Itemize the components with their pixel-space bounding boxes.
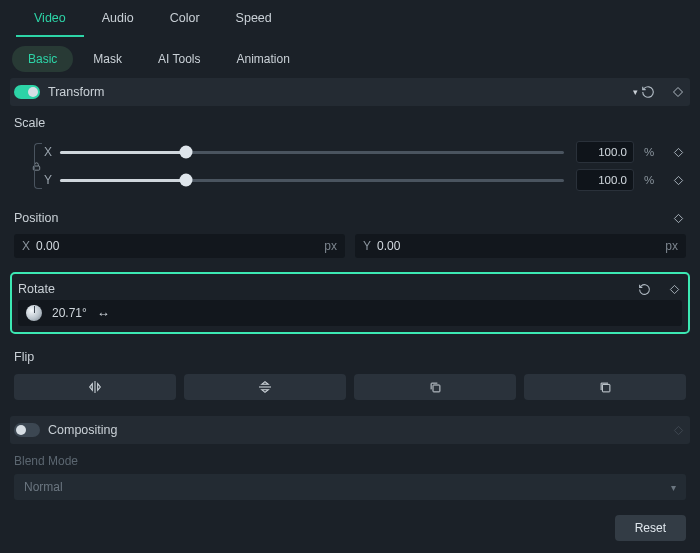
scale-block: X 100.0 % Y 100.0 % [10, 136, 690, 200]
rotate-section: Rotate 20.71° ↔ [10, 272, 690, 334]
copy-button[interactable] [524, 374, 686, 400]
rotate-dial-icon[interactable] [26, 305, 42, 321]
keyframe-icon[interactable] [670, 84, 686, 100]
position-heading: Position [10, 200, 690, 232]
rotate-value: 20.71° [52, 306, 87, 320]
keyframe-icon[interactable] [670, 172, 686, 188]
footer: Reset [615, 515, 686, 541]
position-label: Position [14, 211, 670, 225]
keyframe-icon[interactable] [670, 144, 686, 160]
tab-color[interactable]: Color [152, 1, 218, 37]
svg-rect-1 [433, 385, 440, 392]
scale-x-row: X 100.0 % [14, 138, 686, 166]
subtab-animation[interactable]: Animation [220, 46, 305, 72]
reset-button[interactable]: Reset [615, 515, 686, 541]
position-y-label: Y [363, 239, 377, 253]
scale-x-slider[interactable] [60, 151, 564, 154]
scale-heading: Scale [10, 106, 690, 136]
blend-mode-select[interactable]: Normal ▾ [14, 474, 686, 500]
scale-x-unit: % [640, 146, 658, 158]
scale-x-input[interactable]: 100.0 [576, 141, 634, 163]
scale-label: Scale [14, 116, 686, 130]
blend-mode-value: Normal [24, 480, 63, 494]
rotate-label: Rotate [18, 282, 636, 296]
transform-label: Transform [48, 85, 626, 99]
scale-y-unit: % [640, 174, 658, 186]
position-x-unit: px [324, 239, 337, 253]
reset-icon[interactable] [636, 281, 652, 297]
blend-block: Blend Mode Normal ▾ [10, 444, 690, 504]
flip-vertical-button[interactable] [184, 374, 346, 400]
svg-rect-2 [602, 384, 610, 392]
position-x-value: 0.00 [36, 239, 324, 253]
position-y-value: 0.00 [377, 239, 665, 253]
scale-y-slider[interactable] [60, 179, 564, 182]
scale-y-input[interactable]: 100.0 [576, 169, 634, 191]
position-x-input[interactable]: X 0.00 px [14, 234, 345, 258]
position-row: X 0.00 px Y 0.00 px [10, 232, 690, 268]
compositing-label: Compositing [48, 423, 670, 437]
chevron-down-icon[interactable]: ▾ [630, 87, 640, 97]
tab-audio[interactable]: Audio [84, 1, 152, 37]
rotate-input[interactable]: 20.71° ↔ [18, 300, 682, 326]
flip-horizontal-button[interactable] [14, 374, 176, 400]
drag-horizontal-icon[interactable]: ↔ [97, 306, 109, 321]
top-tabs: Video Audio Color Speed [0, 0, 700, 38]
tab-speed[interactable]: Speed [218, 1, 290, 37]
blend-mode-label: Blend Mode [14, 454, 686, 468]
position-y-unit: px [665, 239, 678, 253]
duplicate-button[interactable] [354, 374, 516, 400]
tab-video[interactable]: Video [16, 1, 84, 37]
position-x-label: X [22, 239, 36, 253]
reset-icon[interactable] [640, 84, 656, 100]
keyframe-icon[interactable] [670, 210, 686, 226]
flip-row [10, 370, 690, 410]
subtab-mask[interactable]: Mask [77, 46, 138, 72]
scale-y-row: Y 100.0 % [14, 166, 686, 194]
transform-toggle[interactable] [14, 85, 40, 99]
keyframe-icon[interactable] [666, 281, 682, 297]
chevron-down-icon: ▾ [671, 482, 676, 493]
compositing-header: Compositing [10, 416, 690, 444]
transform-header: Transform ▾ [10, 78, 690, 106]
subtab-basic[interactable]: Basic [12, 46, 73, 72]
sub-tabs: Basic Mask AI Tools Animation [0, 38, 700, 74]
flip-label: Flip [14, 350, 686, 364]
compositing-toggle[interactable] [14, 423, 40, 437]
keyframe-icon [670, 422, 686, 438]
position-y-input[interactable]: Y 0.00 px [355, 234, 686, 258]
flip-heading: Flip [10, 340, 690, 370]
subtab-aitools[interactable]: AI Tools [142, 46, 216, 72]
